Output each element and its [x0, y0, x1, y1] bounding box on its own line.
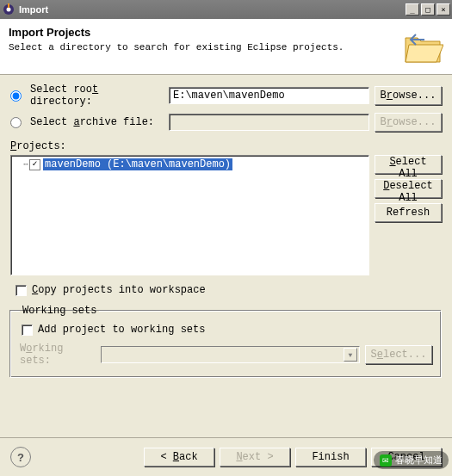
- svg-rect-2: [8, 3, 9, 8]
- cancel-button[interactable]: Cancel: [371, 448, 442, 467]
- minimize-button[interactable]: _: [406, 3, 419, 15]
- working-sets-group: Working sets Add project to working sets…: [10, 305, 442, 378]
- browse-root-button[interactable]: Browse...: [375, 86, 442, 105]
- browse-archive-button: Browse...: [375, 113, 442, 132]
- add-working-set-checkbox[interactable]: [22, 325, 33, 336]
- wizard-header: Import Projects Select a directory to se…: [0, 19, 452, 75]
- help-button[interactable]: ?: [10, 447, 31, 467]
- tree-item[interactable]: ⋯ mavenDemo (E:\maven\mavenDemo): [13, 158, 367, 171]
- title-bar: Import _ □ ×: [0, 0, 452, 19]
- working-sets-combo-label: Working sets:: [20, 343, 96, 367]
- tree-expand-icon: ⋯: [23, 159, 28, 170]
- root-directory-radio[interactable]: [10, 90, 22, 102]
- working-sets-combo: ▼: [101, 346, 360, 363]
- finish-button[interactable]: Finish: [295, 448, 366, 467]
- projects-label: Projects:: [10, 140, 442, 152]
- archive-file-radio[interactable]: [10, 117, 22, 128]
- project-checkbox[interactable]: [29, 159, 40, 170]
- chevron-down-icon: ▼: [344, 348, 357, 362]
- project-label[interactable]: mavenDemo (E:\maven\mavenDemo): [43, 158, 232, 170]
- import-folder-icon: [402, 26, 443, 67]
- back-button[interactable]: < Back: [144, 448, 214, 467]
- add-working-set-label: Add project to working sets: [38, 324, 205, 336]
- select-all-button[interactable]: Select All: [375, 155, 442, 174]
- maximize-button[interactable]: □: [421, 3, 435, 15]
- root-directory-input[interactable]: [169, 87, 369, 104]
- refresh-button[interactable]: Refresh: [375, 203, 442, 222]
- select-working-sets-button: Select...: [365, 345, 432, 364]
- close-button[interactable]: ×: [437, 3, 450, 15]
- svg-point-1: [7, 8, 11, 12]
- window-title: Import: [19, 4, 404, 15]
- root-directory-label: Select root directory:: [30, 83, 164, 108]
- projects-tree[interactable]: ⋯ mavenDemo (E:\maven\mavenDemo): [10, 155, 369, 275]
- page-description: Select a directory to search for existin…: [9, 42, 393, 53]
- copy-projects-label: Copy projects into workspace: [32, 284, 206, 296]
- working-sets-legend: Working sets: [20, 305, 99, 317]
- page-title: Import Projects: [9, 26, 393, 39]
- copy-projects-checkbox[interactable]: [15, 285, 27, 296]
- app-icon: [2, 3, 15, 16]
- wizard-footer: ? < Back Next > Finish Cancel: [0, 437, 452, 476]
- archive-file-input: [169, 114, 369, 131]
- deselect-all-button[interactable]: Deselect All: [375, 179, 442, 198]
- next-button: Next >: [220, 448, 290, 467]
- archive-file-label: Select archive file:: [30, 116, 164, 128]
